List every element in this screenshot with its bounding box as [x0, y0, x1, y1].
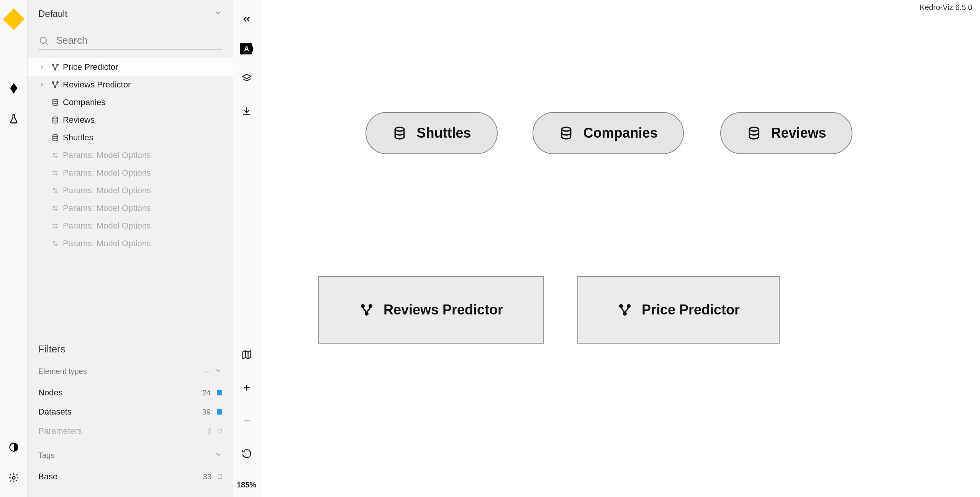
tree-item-dataset[interactable]: Shuttles: [28, 129, 233, 146]
settings-icon[interactable]: [6, 470, 21, 485]
svg-point-15: [53, 153, 55, 155]
search-icon: [38, 35, 49, 46]
params-icon: [48, 239, 63, 248]
search-input[interactable]: [56, 35, 222, 46]
svg-line-3: [46, 43, 48, 44]
graph-node-dataset[interactable]: Reviews: [720, 112, 852, 154]
reset-zoom-button[interactable]: [238, 444, 256, 463]
filter-row-base[interactable]: Base 33: [38, 467, 222, 486]
dataset-icon: [48, 133, 63, 142]
svg-point-12: [53, 135, 58, 137]
svg-point-7: [52, 81, 54, 84]
kedro-logo: [3, 8, 25, 30]
filter-count: 33: [203, 472, 211, 481]
pipeline-selector-label: Default: [38, 8, 67, 19]
search-wrap: [28, 28, 233, 49]
tree-item-pipeline[interactable]: Price Predictor: [28, 58, 233, 76]
theme-toggle-icon[interactable]: [6, 439, 21, 455]
svg-point-27: [53, 206, 55, 208]
svg-point-51: [623, 312, 627, 316]
pipeline-icon: [48, 80, 63, 89]
svg-point-11: [53, 117, 58, 119]
svg-point-43: [395, 127, 404, 131]
svg-point-10: [53, 99, 58, 102]
tree-view-icon[interactable]: [6, 81, 21, 96]
tree-item-label: Reviews Predictor: [63, 80, 131, 90]
experiments-icon[interactable]: [6, 111, 21, 127]
tree-item-label: Params: Model Options: [63, 150, 151, 160]
tree-item-label: Shuttles: [63, 133, 93, 143]
svg-point-4: [52, 64, 54, 66]
svg-point-24: [56, 191, 57, 193]
filter-label: Nodes: [38, 388, 63, 398]
layers-toggle[interactable]: [238, 69, 256, 87]
node-label: Price Predictor: [642, 302, 740, 318]
pipeline-selector[interactable]: Default: [28, 0, 233, 28]
params-icon: [48, 186, 63, 195]
chevron-down-icon: [215, 367, 222, 376]
tree-item-label: Params: Model Options: [63, 239, 151, 248]
minimap-toggle[interactable]: [238, 346, 256, 364]
svg-point-47: [369, 304, 372, 308]
tree-item-dataset[interactable]: Reviews: [28, 111, 233, 129]
filter-section-tags[interactable]: Tags: [38, 451, 222, 460]
svg-point-20: [56, 174, 57, 175]
tree-item-label: Price Predictor: [63, 62, 118, 72]
filter-row-datasets[interactable]: Datasets 39: [38, 402, 222, 421]
text-labels-toggle[interactable]: A: [240, 43, 254, 54]
indeterminate-icon: –: [205, 367, 209, 376]
tree-item-params[interactable]: Params: Model Options: [28, 164, 233, 182]
svg-point-49: [619, 304, 623, 308]
zoom-level-label: 185%: [237, 481, 256, 489]
export-button[interactable]: [238, 102, 256, 120]
chevron-down-icon: [214, 8, 222, 19]
filter-count: 24: [202, 388, 211, 397]
dataset-icon: [48, 98, 63, 107]
params-icon: [48, 151, 63, 160]
checkbox-unchecked-icon[interactable]: [218, 474, 222, 479]
checkbox-checked-icon[interactable]: [217, 390, 222, 395]
collapse-sidebar-button[interactable]: [238, 10, 256, 28]
tree-item-params[interactable]: Params: Model Options: [28, 235, 233, 252]
svg-point-2: [40, 37, 46, 43]
tree-item-label: Params: Model Options: [63, 168, 151, 178]
dataset-icon: [48, 116, 63, 124]
chevron-right-icon: [38, 81, 48, 88]
svg-point-36: [56, 244, 57, 246]
zoom-out-button[interactable]: [238, 411, 256, 430]
svg-point-1: [12, 477, 15, 479]
tree-item-params[interactable]: Params: Model Options: [28, 146, 233, 164]
filter-row-parameters[interactable]: Parameters 6: [38, 421, 222, 441]
zoom-in-button[interactable]: [238, 379, 256, 397]
tree-item-params[interactable]: Params: Model Options: [28, 182, 233, 199]
tree-item-pipeline[interactable]: Reviews Predictor: [28, 76, 233, 94]
tree-item-dataset[interactable]: Companies: [28, 94, 233, 111]
svg-point-16: [56, 156, 57, 158]
tree-item-params[interactable]: Params: Model Options: [28, 217, 233, 235]
tree-item-label: Params: Model Options: [63, 186, 151, 196]
graph-node-dataset[interactable]: Companies: [533, 112, 684, 154]
graph-node-pipeline[interactable]: Price Predictor: [577, 276, 780, 344]
tree-item-label: Params: Model Options: [63, 221, 151, 231]
tree-item-params[interactable]: Params: Model Options: [28, 199, 233, 217]
filter-section-label: Element types: [38, 367, 87, 376]
checkbox-unchecked-icon[interactable]: [218, 429, 222, 433]
graph-node-pipeline[interactable]: Reviews Predictor: [318, 276, 544, 344]
icon-rail: [0, 0, 28, 497]
graph-node-dataset[interactable]: Shuttles: [365, 112, 498, 154]
filter-section-element-types[interactable]: Element types –: [38, 367, 222, 376]
checkbox-checked-icon[interactable]: [217, 409, 222, 415]
filter-section-label: Tags: [38, 451, 54, 460]
svg-point-46: [361, 304, 365, 308]
filters-panel: Filters Element types – Nodes 24 Dataset…: [28, 332, 233, 497]
svg-point-8: [56, 81, 59, 84]
search-underline: [38, 49, 222, 50]
node-label: Reviews: [771, 125, 826, 141]
svg-point-45: [750, 127, 759, 131]
flowchart-canvas[interactable]: Kedro-Viz 6.5.0: [261, 0, 980, 497]
filter-label: Base: [38, 472, 57, 482]
dataset-icon: [746, 125, 762, 141]
filter-row-nodes[interactable]: Nodes 24: [38, 383, 222, 402]
version-label: Kedro-Viz 6.5.0: [920, 3, 973, 12]
node-tree: Price Predictor Reviews Predictor Compan…: [28, 57, 233, 252]
